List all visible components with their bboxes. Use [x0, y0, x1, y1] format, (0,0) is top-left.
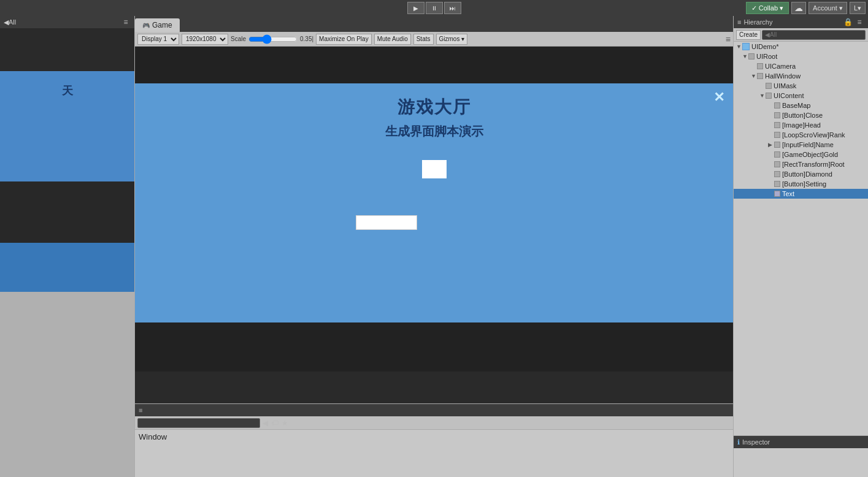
tree-item-hallwindow[interactable]: ▼ HallWindow [734, 71, 868, 81]
inspector-header: ℹ Inspector [734, 436, 868, 448]
tree-item-recttransform-root[interactable]: [RectTransform]Root [734, 159, 868, 169]
inspector-icon: ℹ [737, 438, 740, 446]
tree-item-basemap[interactable]: BaseMap [734, 101, 868, 110]
tree-icon-inputfield-name [774, 142, 780, 148]
maximize-on-play-button[interactable]: Maximize On Play [316, 34, 372, 45]
inspector-section: ℹ Inspector [734, 435, 868, 477]
dark-preview-mid [0, 181, 134, 243]
tree-arrow-button-diamond [768, 171, 774, 177]
game-input-field[interactable] [356, 215, 417, 230]
tree-item-uiroot[interactable]: ▼ UIRoot [734, 52, 868, 61]
bottom-panel-header: ≡ [135, 404, 733, 416]
bottom-window-label: Window [139, 432, 167, 441]
tree-icon-hallwindow [757, 73, 763, 79]
tree-item-button-setting[interactable]: [Button]Setting [734, 179, 868, 189]
tree-icon-button-setting [774, 181, 780, 187]
game-content-area: ✕ 游戏大厅 生成界面脚本演示 [135, 83, 733, 322]
scale-label: Scale [231, 36, 246, 42]
tree-item-uidemo[interactable]: ▼ UIDemo* [734, 42, 868, 52]
tree-item-inputfield-name[interactable]: ▶ [InputField]Name [734, 140, 868, 150]
tree-item-loopscroview-rank[interactable]: [LoopScroView]Rank [734, 130, 868, 140]
game-subtitle: 生成界面脚本演示 [385, 123, 483, 140]
tree-item-gameobject-gold[interactable]: [GameObject]Gold [734, 150, 868, 159]
hierarchy-title: Hierarchy [743, 18, 772, 26]
tree-icon-text [774, 191, 780, 197]
bottom-panel-search-bar: ◀ 🏷 ★ [135, 416, 733, 430]
bottom-panel-icon-btn3[interactable]: ★ [280, 418, 290, 428]
cloud-button[interactable]: ☁ [791, 2, 806, 14]
stats-button[interactable]: Stats [413, 34, 434, 45]
game-close-button[interactable]: ✕ [713, 90, 724, 105]
resolution-select[interactable]: 1920x1080 [182, 34, 228, 45]
blue-preview: 天 [0, 71, 134, 181]
tree-item-button-diamond[interactable]: [Button]Diamond [734, 169, 868, 179]
inspector-content [734, 448, 868, 477]
hierarchy-header-right: 🔒 ≡ [843, 17, 864, 27]
scale-slider[interactable] [248, 35, 298, 44]
game-toolbar: Display 1 1920x1080 Scale 0.35| Maximize… [135, 32, 733, 47]
tree-item-uicamera[interactable]: UICamera [734, 61, 868, 71]
game-tab-icon: 🎮 [142, 22, 150, 29]
tree-item-uimask[interactable]: UIMask [734, 81, 868, 91]
tree-label-uicontent: UIContent [774, 92, 804, 99]
gizmos-button[interactable]: Gizmos ▾ [436, 34, 468, 45]
collab-check-icon: ✓ [751, 4, 757, 12]
collab-label: Collab ▾ [759, 4, 783, 12]
tree-icon-image-head [774, 122, 780, 128]
tree-label-inputfield-name: [InputField]Name [782, 141, 834, 148]
tree-icon-uiroot [748, 53, 755, 59]
tree-item-image-head[interactable]: [Image]Head [734, 120, 868, 130]
tree-item-button-close[interactable]: [Button]Close [734, 110, 868, 120]
layers-label: L▾ [854, 4, 861, 12]
bottom-panel: ≡ ◀ 🏷 ★ Window [135, 403, 733, 477]
tree-label-basemap: BaseMap [782, 102, 810, 109]
account-button[interactable]: Account ▾ [808, 2, 847, 14]
game-bottom-dark-bar [135, 322, 733, 372]
hierarchy-menu-button[interactable]: ≡ [855, 17, 864, 27]
hierarchy-search-input[interactable] [762, 30, 866, 40]
account-label: Account ▾ [813, 4, 843, 12]
main-layout: ◀All ≡ 天 🎮 Game Display 1 1920x [0, 16, 868, 477]
tree-arrow-button-close [768, 112, 774, 118]
bottom-panel-icon-btn2[interactable]: 🏷 [270, 418, 280, 428]
game-tab[interactable]: 🎮 Game [135, 18, 180, 32]
bottom-panel-search-input[interactable] [137, 418, 260, 428]
left-panel-menu-button[interactable]: ≡ [121, 17, 131, 27]
game-title: 游戏大厅 [398, 96, 471, 119]
tree-arrow-gameobject-gold [768, 151, 774, 158]
top-toolbar: ▶ ⏸ ⏭ ✓ Collab ▾ ☁ Account ▾ L▾ [0, 0, 868, 16]
play-button[interactable]: ▶ [407, 2, 424, 14]
tree-label-hallwindow: HallWindow [765, 72, 801, 80]
tree-arrow-uimask [759, 83, 766, 89]
center-panel-menu-icon[interactable]: ≡ [726, 34, 731, 44]
display-select[interactable]: Display 1 [137, 34, 179, 45]
tree-icon-button-diamond [774, 171, 780, 177]
tree-arrow-text [768, 191, 774, 197]
layers-button[interactable]: L▾ [850, 2, 866, 14]
tree-icon-uidemo [742, 43, 750, 50]
hierarchy-header-left: ≡ Hierarchy [737, 18, 773, 26]
collab-button[interactable]: ✓ Collab ▾ [746, 2, 789, 14]
tree-arrow-inputfield-name: ▶ [768, 142, 774, 148]
tree-label-button-setting: [Button]Setting [782, 180, 826, 188]
tree-icon-recttransform-root [774, 161, 780, 167]
blue-preview-bottom [0, 243, 134, 292]
hierarchy-lock-button[interactable]: 🔒 [843, 17, 853, 27]
top-right-controls: ✓ Collab ▾ ☁ Account ▾ L▾ [746, 0, 868, 16]
tree-icon-button-close [774, 112, 780, 118]
tree-label-uicamera: UICamera [765, 63, 796, 70]
game-tab-bar: 🎮 Game [135, 16, 733, 32]
bottom-panel-content: Window [135, 430, 733, 444]
hierarchy-list-icon: ≡ [737, 18, 741, 26]
left-panel: ◀All ≡ 天 [0, 16, 135, 477]
tree-arrow-loopscroview-rank [768, 132, 774, 138]
tree-item-uicontent[interactable]: ▼ UIContent [734, 91, 868, 101]
scale-value: 0.35| [300, 36, 313, 42]
bottom-panel-icon-btn1[interactable]: ◀ [260, 418, 270, 428]
hierarchy-create-button[interactable]: Create [736, 30, 761, 40]
mute-audio-button[interactable]: Mute Audio [374, 34, 411, 45]
hierarchy-toolbar: Create [734, 28, 868, 42]
pause-button[interactable]: ⏸ [426, 2, 443, 14]
tree-item-text[interactable]: Text [734, 189, 868, 199]
step-button[interactable]: ⏭ [444, 2, 461, 14]
